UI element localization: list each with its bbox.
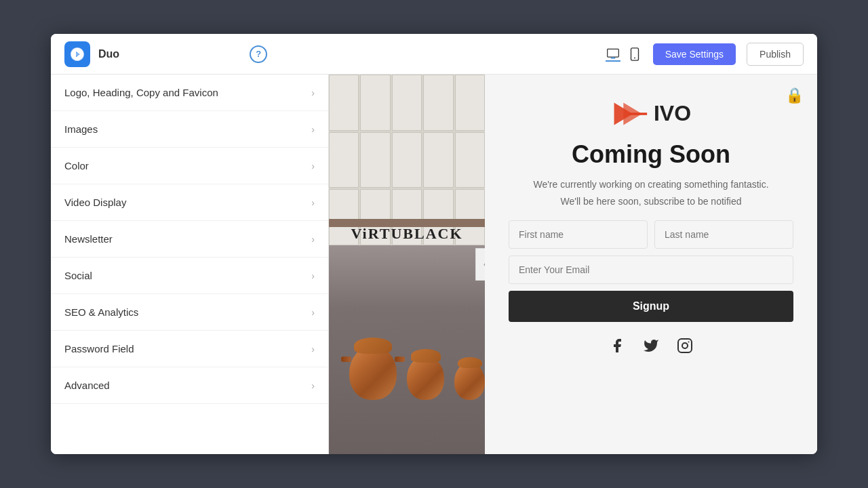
pot-lid xyxy=(411,349,441,363)
desktop-view-icon[interactable] xyxy=(606,47,620,62)
svg-point-10 xyxy=(682,343,688,348)
last-name-input[interactable] xyxy=(654,220,793,249)
pot-handle-right xyxy=(395,357,405,362)
sidebar-item-label: Advanced xyxy=(64,380,110,391)
content-area: Logo, Heading, Copy and Favicon › Images… xyxy=(51,75,817,454)
top-bar: Duo ? Save Settings xyxy=(51,34,817,75)
sidebar-item-advanced[interactable]: Advanced › xyxy=(51,367,328,404)
tile xyxy=(329,132,359,188)
countertop xyxy=(329,245,485,454)
svg-point-0 xyxy=(75,52,79,56)
tile xyxy=(423,75,453,131)
sidebar-item-label: Video Display xyxy=(64,197,126,208)
chevron-icon: › xyxy=(311,270,315,281)
chevron-icon: › xyxy=(311,197,315,208)
social-icons xyxy=(607,336,695,356)
brand-logo: IVO xyxy=(611,95,691,132)
chevron-icon: › xyxy=(311,87,315,98)
sidebar-item-label: SEO & Analytics xyxy=(64,306,138,318)
brand-name: IVO xyxy=(654,101,691,126)
facebook-icon[interactable] xyxy=(607,336,627,356)
svg-rect-1 xyxy=(607,49,618,57)
coming-soon-content: IVO Coming Soon We're currently working … xyxy=(509,88,793,356)
app-title: Duo xyxy=(98,48,119,60)
publish-button[interactable]: Publish xyxy=(747,43,804,66)
first-name-input[interactable] xyxy=(509,220,648,249)
tile xyxy=(392,75,422,131)
sidebar-item-label: Images xyxy=(64,123,98,135)
sidebar-item-label: Logo, Heading, Copy and Favicon xyxy=(64,87,218,98)
signup-button[interactable]: Signup xyxy=(509,291,793,322)
pot-lid xyxy=(354,338,392,354)
sidebar-item-images[interactable]: Images › xyxy=(51,111,328,148)
chevron-icon: › xyxy=(311,307,315,318)
pot-handle-left xyxy=(341,357,351,362)
collapse-panel-button[interactable]: ‹ xyxy=(475,248,485,281)
help-button[interactable]: ? xyxy=(250,45,267,63)
main-window: Duo ? Save Settings xyxy=(51,34,817,454)
app-logo-icon xyxy=(64,41,90,67)
sidebar-item-newsletter[interactable]: Newsletter › xyxy=(51,221,328,258)
brand-logo-svg xyxy=(611,95,648,132)
pot-lid xyxy=(458,357,482,369)
svg-point-5 xyxy=(634,57,635,58)
chevron-icon: › xyxy=(311,161,315,171)
sidebar-item-password-field[interactable]: Password Field › xyxy=(51,331,328,367)
sidebar-item-label: Password Field xyxy=(64,343,134,354)
coming-soon-subtitle2: We'll be here soon, subscribe to be noti… xyxy=(560,196,741,207)
pot-small xyxy=(454,363,485,400)
tile xyxy=(423,132,453,188)
sidebar-item-video-display[interactable]: Video Display › xyxy=(51,184,328,221)
sidebar-item-label: Color xyxy=(64,160,89,171)
instagram-icon[interactable] xyxy=(675,336,695,356)
sidebar-item-color[interactable]: Color › xyxy=(51,148,328,184)
tile xyxy=(392,132,422,188)
name-fields-row xyxy=(509,220,793,249)
sidebar-item-label: Social xyxy=(64,270,92,281)
mobile-view-icon[interactable] xyxy=(627,47,642,62)
sidebar-item-logo-heading[interactable]: Logo, Heading, Copy and Favicon › xyxy=(51,75,328,111)
tile xyxy=(360,132,390,188)
tile xyxy=(455,132,485,188)
svg-rect-9 xyxy=(678,339,692,352)
mobile-svg xyxy=(627,47,642,62)
preview-area: ViRTUBLACK ‹ 🔒 xyxy=(329,75,817,454)
sidebar-item-label: Newsletter xyxy=(64,233,113,245)
view-icons xyxy=(606,47,642,62)
tile xyxy=(455,75,485,131)
coming-soon-subtitle1: We're currently working on creating some… xyxy=(533,177,768,192)
sidebar-item-social[interactable]: Social › xyxy=(51,258,328,294)
image-panel: ViRTUBLACK ‹ xyxy=(329,75,485,454)
coming-soon-title: Coming Soon xyxy=(572,140,730,169)
kitchen-bg: ViRTUBLACK xyxy=(329,75,485,454)
settings-icon xyxy=(70,47,85,62)
lock-icon: 🔒 xyxy=(785,87,804,104)
top-bar-left: Duo ? xyxy=(64,41,267,67)
pot-container xyxy=(349,346,485,400)
chevron-icon: › xyxy=(311,124,315,135)
email-input[interactable] xyxy=(509,256,793,284)
pot-medium xyxy=(407,356,444,400)
pot-large xyxy=(349,346,397,400)
desktop-svg xyxy=(606,47,620,62)
svg-point-11 xyxy=(688,342,690,343)
right-preview-panel: 🔒 IVO Coming Soon xyxy=(485,75,817,454)
save-settings-button[interactable]: Save Settings xyxy=(653,43,736,65)
tile xyxy=(329,75,359,131)
image-text-overlay: ViRTUBLACK xyxy=(351,225,462,243)
twitter-icon[interactable] xyxy=(641,336,661,356)
tile xyxy=(360,75,390,131)
top-bar-right: Save Settings Publish xyxy=(606,43,804,66)
chevron-icon: › xyxy=(311,344,315,354)
sidebar: Logo, Heading, Copy and Favicon › Images… xyxy=(51,75,329,454)
chevron-icon: › xyxy=(311,234,315,245)
sidebar-item-seo-analytics[interactable]: SEO & Analytics › xyxy=(51,294,328,331)
chevron-icon: › xyxy=(311,380,315,391)
